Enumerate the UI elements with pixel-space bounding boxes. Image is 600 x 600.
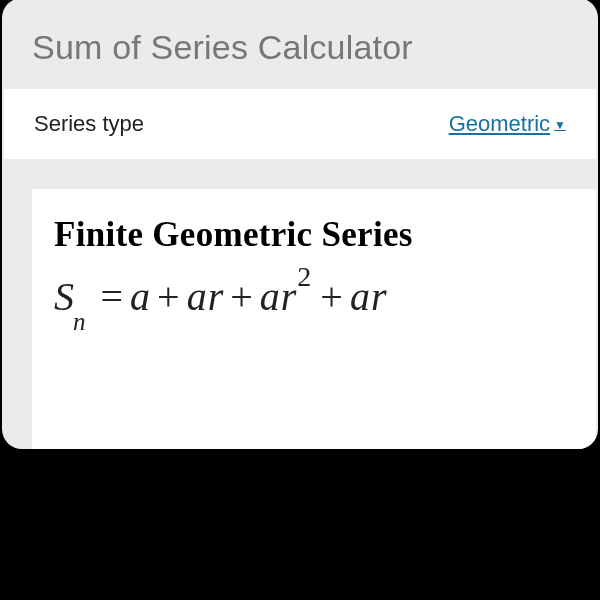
sym-ar2: ar [260,274,298,319]
sym-ar3: ar [350,274,388,319]
series-type-row: Series type Geometric ▼ [4,89,596,159]
sym-eq: = [95,274,131,319]
sym-plus2: + [224,274,260,319]
formula-heading: Finite Geometric Series [54,215,596,255]
series-type-label: Series type [34,111,144,137]
sym-plus3: + [314,274,350,319]
sym-a: a [130,274,151,319]
title-area: Sum of Series Calculator [2,0,598,89]
sym-S: S [54,274,75,319]
sym-n-sub: n [73,308,87,335]
sym-ar1: ar [187,274,225,319]
formula-panel: Finite Geometric Series Sn=a+ar+ar2+ar [32,189,596,449]
calculator-card: Sum of Series Calculator Series type Geo… [2,0,598,449]
series-type-select[interactable]: Geometric ▼ [449,111,566,137]
chevron-down-icon: ▼ [554,118,566,132]
series-type-value: Geometric [449,111,550,137]
page-title: Sum of Series Calculator [32,28,568,67]
formula-expression: Sn=a+ar+ar2+ar [54,277,596,317]
sym-plus1: + [151,274,187,319]
sym-exp2: 2 [297,261,312,292]
